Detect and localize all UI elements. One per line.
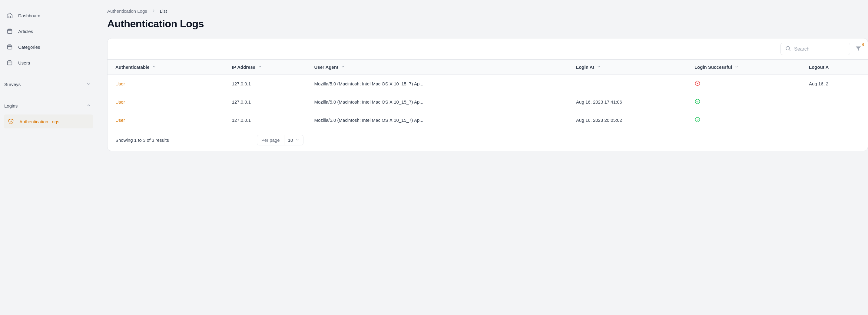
breadcrumb-item: List — [160, 8, 167, 13]
search-icon — [785, 45, 794, 53]
check-circle-icon — [694, 117, 701, 123]
sidebar: Dashboard Articles Categories Users Surv… — [0, 0, 97, 315]
logout-at-cell: Aug 16, 2 — [809, 75, 868, 93]
sidebar-item-label: Articles — [18, 29, 33, 34]
card-footer: Showing 1 to 3 of 3 results Per page 10 — [107, 129, 868, 151]
login-successful-cell — [694, 93, 809, 111]
sidebar-group-label: Surveys — [4, 82, 21, 87]
chevron-down-icon — [735, 64, 739, 70]
col-label: Logout A — [809, 64, 829, 70]
card-toolbar: 0 — [107, 38, 868, 59]
home-icon — [5, 12, 14, 19]
col-user-agent[interactable]: User Agent — [314, 64, 345, 70]
col-label: Login At — [576, 64, 594, 70]
login-at-cell — [576, 75, 694, 93]
sidebar-group-surveys[interactable]: Surveys — [4, 77, 93, 91]
breadcrumb: Authentication Logs List — [107, 8, 868, 13]
chevron-down-icon — [258, 64, 262, 70]
user-agent-cell: Mozilla/5.0 (Macintosh; Intel Mac OS X 1… — [314, 111, 576, 129]
main-content: Authentication Logs List Authentication … — [97, 0, 868, 315]
ip-cell: 127.0.0.1 — [232, 93, 314, 111]
col-label: User Agent — [314, 64, 338, 70]
user-agent-cell: Mozilla/5.0 (Macintosh; Intel Mac OS X 1… — [314, 93, 576, 111]
sidebar-item-label: Dashboard — [18, 13, 40, 18]
table-row[interactable]: User127.0.0.1Mozilla/5.0 (Macintosh; Int… — [107, 75, 868, 93]
table-row[interactable]: User127.0.0.1Mozilla/5.0 (Macintosh; Int… — [107, 93, 868, 111]
login-at-cell: Aug 16, 2023 20:05:02 — [576, 111, 694, 129]
login-at-cell: Aug 16, 2023 17:41:06 — [576, 93, 694, 111]
chevron-down-icon — [341, 64, 345, 70]
box-icon — [5, 28, 14, 34]
search-input[interactable] — [794, 46, 845, 52]
sidebar-item-authentication-logs[interactable]: Authentication Logs — [4, 115, 93, 128]
logs-card: 0 Authenticatable IP Address User Agent … — [107, 38, 868, 151]
chevron-down-icon — [597, 64, 601, 70]
table-row[interactable]: User127.0.0.1Mozilla/5.0 (Macintosh; Int… — [107, 111, 868, 129]
chevron-down-icon — [86, 81, 91, 88]
sidebar-item-label: Authentication Logs — [20, 119, 59, 124]
col-logout-at[interactable]: Logout A — [809, 64, 829, 70]
shield-check-icon — [7, 118, 15, 125]
sidebar-item-articles[interactable]: Articles — [4, 24, 93, 38]
box-icon — [5, 43, 14, 50]
per-page-label: Per page — [257, 135, 284, 145]
per-page-selector: Per page 10 — [257, 135, 304, 146]
sidebar-group-logins[interactable]: Logins — [4, 99, 93, 113]
page-title: Authentication Logs — [107, 18, 868, 30]
col-label: IP Address — [232, 64, 256, 70]
logout-at-cell — [809, 93, 868, 111]
sidebar-item-label: Users — [18, 60, 30, 65]
table-scroll[interactable]: Authenticatable IP Address User Agent Lo… — [107, 59, 868, 129]
authenticatable-link[interactable]: User — [115, 81, 125, 86]
sidebar-item-categories[interactable]: Categories — [4, 40, 93, 54]
results-summary: Showing 1 to 3 of 3 results — [115, 137, 169, 143]
search-input-wrap[interactable] — [780, 43, 850, 55]
logs-table: Authenticatable IP Address User Agent Lo… — [107, 59, 868, 129]
logout-at-cell — [809, 111, 868, 129]
filter-icon — [855, 45, 862, 53]
sidebar-group-label: Logins — [4, 103, 18, 108]
login-successful-cell — [694, 75, 809, 93]
login-successful-cell — [694, 111, 809, 129]
per-page-value[interactable]: 10 — [284, 135, 304, 145]
breadcrumb-item[interactable]: Authentication Logs — [107, 8, 147, 13]
filter-button[interactable]: 0 — [855, 45, 862, 53]
x-circle-icon — [694, 80, 701, 86]
col-label: Login Successful — [694, 64, 732, 70]
ip-cell: 127.0.0.1 — [232, 111, 314, 129]
sidebar-item-label: Categories — [18, 44, 40, 50]
chevron-up-icon — [86, 103, 91, 109]
col-authenticatable[interactable]: Authenticatable — [115, 64, 156, 70]
authenticatable-link[interactable]: User — [115, 118, 125, 123]
sidebar-item-users[interactable]: Users — [4, 56, 93, 70]
chevron-right-icon — [151, 8, 156, 13]
user-agent-cell: Mozilla/5.0 (Macintosh; Intel Mac OS X 1… — [314, 75, 576, 93]
filter-count-badge: 0 — [862, 43, 864, 46]
sidebar-item-dashboard[interactable]: Dashboard — [4, 8, 93, 23]
authenticatable-link[interactable]: User — [115, 99, 125, 104]
col-login-successful[interactable]: Login Successful — [694, 64, 739, 70]
per-page-number: 10 — [288, 137, 293, 143]
col-ip-address[interactable]: IP Address — [232, 64, 262, 70]
col-label: Authenticatable — [115, 64, 150, 70]
chevron-down-icon — [295, 137, 300, 143]
chevron-down-icon — [152, 64, 156, 70]
ip-cell: 127.0.0.1 — [232, 75, 314, 93]
col-login-at[interactable]: Login At — [576, 64, 601, 70]
box-icon — [5, 59, 14, 66]
check-circle-icon — [694, 98, 701, 104]
